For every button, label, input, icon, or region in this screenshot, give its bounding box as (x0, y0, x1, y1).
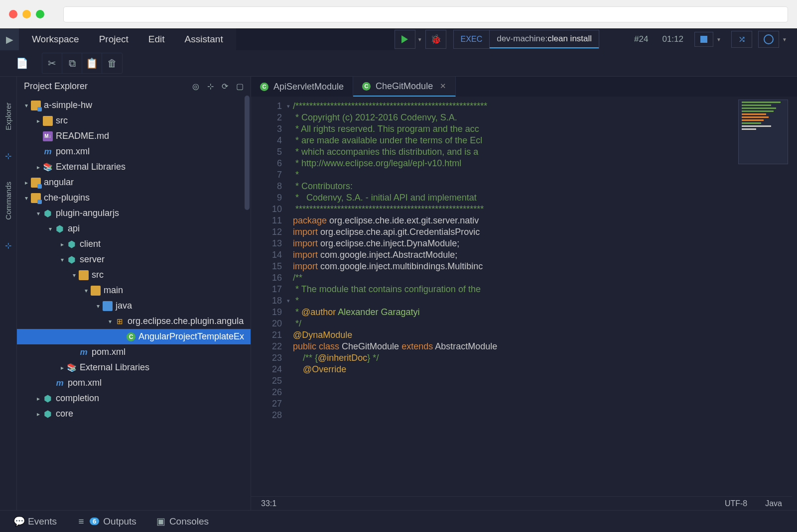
run-dropdown-icon[interactable]: ▼ (416, 37, 423, 42)
rail-explorer[interactable]: Explorer (4, 97, 12, 136)
cut-button[interactable]: ✂ (42, 53, 62, 73)
minimap[interactable] (738, 100, 788, 164)
tree-row[interactable]: ▾main (17, 283, 251, 298)
paste-button[interactable]: 📋 (82, 53, 102, 73)
tree-row[interactable]: mpom.xml (17, 344, 251, 360)
tree-row[interactable]: mpom.xml (17, 375, 251, 391)
tree-row[interactable]: ▾⬢plugin-angularjs (17, 206, 251, 221)
code-content[interactable]: /***************************************… (293, 101, 797, 375)
settings-button[interactable] (758, 31, 779, 48)
menu-items: Workspace Project Edit Assistant (19, 28, 236, 50)
explorer-header: Project Explorer ◎ ⊹ ⟳ ▢ (17, 77, 251, 96)
twisty-icon[interactable]: ▸ (34, 164, 43, 171)
cube-icon: ⬢ (43, 409, 53, 419)
run-button[interactable] (395, 30, 415, 49)
debug-button[interactable]: 🐞 (425, 30, 446, 49)
twisty-icon[interactable]: ▸ (34, 117, 43, 124)
locate-icon[interactable]: ◎ (192, 82, 199, 91)
menu-project[interactable]: Project (99, 34, 129, 45)
tree-row[interactable]: ▸src (17, 113, 251, 128)
tree-row[interactable]: ▸⬢completion (17, 391, 251, 406)
edit-group: ✂ ⧉ 📋 🗑 (42, 53, 123, 74)
process-button[interactable] (694, 32, 713, 47)
twisty-icon[interactable]: ▸ (34, 395, 43, 402)
collapse-icon[interactable]: ⊹ (207, 82, 214, 91)
close-icon[interactable]: ✕ (440, 82, 446, 91)
tree-row[interactable]: ▸⬢core (17, 406, 251, 422)
window-min-dot[interactable] (22, 10, 31, 18)
tree-row[interactable]: ▾⊞org.eclipse.che.plugin.angula (17, 314, 251, 329)
left-rail: Explorer ⊹ Commands ⊹ (0, 77, 17, 510)
twisty-icon[interactable]: ▾ (46, 225, 55, 232)
delete-button[interactable]: 🗑 (102, 53, 122, 73)
tree-row[interactable]: M↓README.md (17, 128, 251, 144)
tree-row[interactable]: ▸📚External Libraries (17, 159, 251, 175)
tree-row[interactable]: ▾⬢server (17, 252, 251, 267)
tree-row[interactable]: mpom.xml (17, 144, 251, 159)
tree-row[interactable]: ▸📚External Libraries (17, 360, 251, 375)
window-close-dot[interactable] (9, 10, 17, 18)
window-max-dot[interactable] (36, 10, 44, 18)
editor-tab[interactable]: CApiServletModule (251, 77, 353, 97)
new-file-icon: 📄 (16, 57, 28, 69)
twisty-icon[interactable]: ▾ (106, 318, 115, 325)
twisty-icon[interactable]: ▾ (70, 272, 79, 279)
tree-row[interactable]: ▾⬢api (17, 221, 251, 236)
twisty-icon[interactable]: ▾ (34, 210, 43, 217)
refresh-icon[interactable]: ⟳ (222, 82, 228, 91)
consoles-icon: ▣ (156, 517, 165, 526)
url-bar[interactable] (63, 6, 788, 22)
exec-label: EXEC (454, 30, 490, 48)
fold-icon (43, 116, 53, 126)
split-button[interactable]: ⤮ (731, 31, 752, 48)
tree-label: pom.xml (92, 347, 126, 357)
fold-icon (79, 270, 89, 280)
foldb-icon (103, 301, 113, 311)
md-icon: M↓ (43, 131, 53, 141)
explorer-tree[interactable]: ▾a-simple-hw▸srcM↓README.mdmpom.xml▸📚Ext… (17, 96, 251, 510)
paste-icon: 📋 (86, 57, 98, 69)
twisty-icon[interactable]: ▾ (22, 195, 31, 202)
settings-dropdown-icon[interactable]: ▼ (779, 37, 790, 42)
tree-label: a-simple-hw (44, 100, 92, 110)
twisty-icon[interactable]: ▾ (22, 102, 31, 109)
trash-icon: 🗑 (107, 58, 117, 69)
code-editor[interactable]: 1234567891011121314151617181920212223242… (251, 97, 797, 510)
twisty-icon[interactable]: ▾ (82, 287, 91, 294)
editor-tab[interactable]: CCheGitModule✕ (353, 77, 456, 97)
exec-box[interactable]: EXEC dev-machine: clean install (453, 30, 599, 49)
nav-arrow-icon[interactable]: ▶ (0, 28, 19, 50)
gear-icon (764, 34, 774, 44)
tree-row[interactable]: ▸angular (17, 175, 251, 190)
exec-value[interactable]: dev-machine: clean install (490, 30, 599, 48)
encoding[interactable]: UTF-8 (725, 499, 747, 508)
lib-icon: 📚 (67, 363, 77, 373)
tab-events[interactable]: 💬 Events (15, 516, 57, 527)
rail-commands[interactable]: Commands (4, 176, 12, 226)
tab-consoles[interactable]: ▣ Consoles (156, 516, 209, 527)
process-dropdown-icon[interactable]: ▼ (713, 37, 724, 42)
tree-row[interactable]: ▾java (17, 298, 251, 314)
new-file-button[interactable]: 📄 (12, 53, 32, 73)
menu-workspace[interactable]: Workspace (32, 34, 79, 45)
tree-scrollbar[interactable] (245, 96, 250, 210)
twisty-icon[interactable]: ▾ (58, 256, 67, 263)
twisty-icon[interactable]: ▸ (58, 364, 67, 371)
tree-row[interactable]: ▾che-plugins (17, 190, 251, 206)
twisty-icon[interactable]: ▾ (94, 303, 103, 310)
twisty-icon[interactable]: ▸ (34, 411, 43, 418)
tree-label: client (80, 239, 101, 249)
menu-assistant[interactable]: Assistant (185, 34, 223, 45)
tree-row[interactable]: ▾a-simple-hw (17, 98, 251, 113)
tree-row[interactable]: ▾src (17, 267, 251, 283)
twisty-icon[interactable]: ▸ (22, 179, 31, 186)
tree-row[interactable]: CAngularProjectTemplateEx (17, 329, 251, 344)
copy-button[interactable]: ⧉ (62, 53, 82, 73)
tree-row[interactable]: ▸⬢client (17, 236, 251, 252)
menu-edit[interactable]: Edit (148, 34, 165, 45)
twisty-icon[interactable]: ▸ (58, 241, 67, 248)
tree-label: che-plugins (44, 193, 90, 203)
language[interactable]: Java (765, 499, 782, 508)
tab-outputs[interactable]: ≡ 6 Outputs (77, 516, 136, 527)
min-icon[interactable]: ▢ (236, 82, 244, 91)
